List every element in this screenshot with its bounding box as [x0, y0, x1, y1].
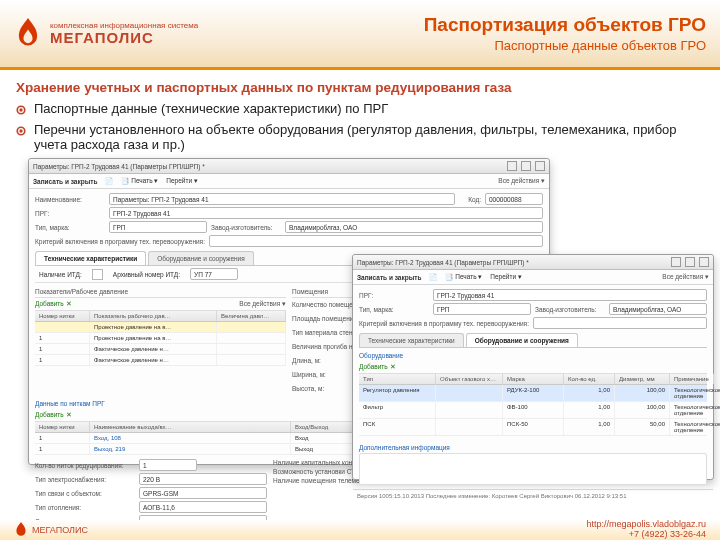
- name-label: Наименование:: [35, 196, 105, 203]
- toolbar: Записать и закрыть 📄 📑 Печать ▾ Перейти …: [353, 270, 713, 285]
- tab-equipment[interactable]: Оборудование и сооружения: [148, 251, 254, 265]
- grid-row[interactable]: 1Фактическое давление н…: [35, 344, 286, 355]
- criteria-label: Критерий включения в программу тех. пере…: [35, 238, 205, 245]
- tab-tech-characteristics[interactable]: Технические характеристики: [35, 251, 146, 265]
- bullet-text: Перечни установленного на объекте оборуд…: [34, 122, 704, 152]
- minimize-icon[interactable]: [671, 257, 681, 267]
- print-menu[interactable]: 📑 Печать ▾: [121, 177, 158, 185]
- window-title: Параметры: ГРП-2 Трудовая 41 (Параметры …: [357, 259, 529, 266]
- power-type-label: Тип электроснабжения:: [35, 476, 135, 483]
- maximize-icon[interactable]: [685, 257, 695, 267]
- grid-row[interactable]: ФильтрФВ-1001,00100,00Технологическое от…: [359, 402, 707, 419]
- mfr-field[interactable]: Владимироблгаз, ОАО: [285, 221, 543, 233]
- grid-head: Тип Объект газового х… Марка Кол-во ед. …: [359, 374, 707, 385]
- tb-action[interactable]: 📄: [429, 273, 437, 281]
- prg-field[interactable]: ГРП-2 Трудовая 41: [433, 289, 707, 301]
- bullet-list: Паспортные данные (технические характери…: [16, 101, 704, 152]
- goto-menu[interactable]: Перейти ▾: [490, 273, 522, 281]
- prg-label: ПРГ:: [359, 292, 429, 299]
- page-title: Паспортизация объектов ГРО: [424, 14, 706, 36]
- grid-row[interactable]: 1Проектное давление на в…: [35, 333, 286, 344]
- type-field[interactable]: ГРП: [433, 303, 531, 315]
- bullet-icon: [16, 126, 26, 136]
- maximize-icon[interactable]: [521, 161, 531, 171]
- tb-action[interactable]: 📄: [105, 177, 113, 185]
- window-title: Параметры: ГРП-2 Трудовая 41 (Параметры …: [33, 163, 205, 170]
- comm-type-field[interactable]: GPRS-GSM: [139, 487, 267, 499]
- threads-count-label: Кол-во ниток редуцирования:: [35, 462, 135, 469]
- footer-phone: +7 (4922) 33-26-44: [586, 530, 706, 540]
- window-parameters-equipment: Параметры: ГРП-2 Трудовая 41 (Параметры …: [352, 254, 714, 480]
- add-button[interactable]: Добавить ✕: [35, 411, 72, 419]
- flame-icon: [14, 18, 42, 50]
- footer-logo: МЕГАПОЛИС: [32, 525, 88, 535]
- left-panel-title: Показатели/Рабочее давление: [35, 288, 128, 295]
- prg-field[interactable]: ГРП-2 Трудовая 41: [109, 207, 543, 219]
- code-label: Код:: [459, 196, 481, 203]
- comm-type-label: Тип связи с объектом:: [35, 490, 135, 497]
- criteria-field[interactable]: [209, 235, 543, 247]
- logo-block: комплексная информационная система МЕГАП…: [14, 18, 198, 50]
- goto-menu[interactable]: Перейти ▾: [166, 177, 198, 185]
- section-heading: Хранение учетных и паспортных данных по …: [16, 80, 704, 95]
- grid-row[interactable]: 1Фактическое давление н…: [35, 355, 286, 366]
- add-button[interactable]: Добавить ✕: [35, 300, 72, 308]
- threads-count-field[interactable]: 1: [139, 459, 197, 471]
- arch-label: Архивный номер ИТД:: [113, 271, 180, 278]
- arch-field[interactable]: УП 77: [190, 268, 238, 280]
- mfr-label: Завод-изготовитель:: [535, 306, 605, 313]
- criteria-label: Критерий включения в программу тех. пере…: [359, 320, 529, 327]
- grid-row[interactable]: ПСКПСК-501,0050,00Технологическое отделе…: [359, 419, 707, 436]
- save-close-button[interactable]: Записать и закрыть: [33, 178, 97, 185]
- logo-title: МЕГАПОЛИС: [50, 30, 198, 45]
- window-titlebar[interactable]: Параметры: ГРП-2 Трудовая 41 (Параметры …: [353, 255, 713, 270]
- print-menu[interactable]: 📑 Печать ▾: [445, 273, 482, 281]
- svg-point-3: [19, 129, 22, 132]
- extra-info-block: Дополнительная информация: [359, 444, 707, 451]
- heating-type-field[interactable]: АОГВ-11,6: [139, 501, 267, 513]
- criteria-field[interactable]: [533, 317, 707, 329]
- extra-info-area[interactable]: [359, 453, 707, 485]
- tab-tech-characteristics[interactable]: Технические характеристики: [359, 333, 464, 347]
- grid-head: Номер нитки Показатель рабочего дав… Вел…: [35, 311, 286, 322]
- code-field[interactable]: 000000088: [485, 193, 543, 205]
- window-titlebar[interactable]: Параметры: ГРП-2 Трудовая 41 (Параметры …: [29, 159, 549, 174]
- mfr-field[interactable]: Владимироблгаз, ОАО: [609, 303, 707, 315]
- grid-row[interactable]: Регулятор давленияРДУК-2-1001,00100,00Те…: [359, 385, 707, 402]
- type-label: Тип, марка:: [35, 224, 105, 231]
- toolbar: Записать и закрыть 📄 📑 Печать ▾ Перейти …: [29, 174, 549, 189]
- equipment-block-title: Оборудование: [359, 352, 707, 359]
- add-button[interactable]: Добавить ✕: [359, 363, 396, 371]
- right-panel-title: Помещения: [292, 288, 328, 295]
- minimize-icon[interactable]: [507, 161, 517, 171]
- status-bar: Версия 1005:15.10.2013 Последнее изменен…: [353, 489, 713, 501]
- flame-icon: [14, 522, 28, 538]
- bullet-icon: [16, 105, 26, 115]
- type-field[interactable]: ГРП: [109, 221, 207, 233]
- header: комплексная информационная система МЕГАП…: [0, 0, 720, 70]
- itd-label: Наличие ИТД:: [39, 271, 82, 278]
- itd-checkbox[interactable]: [92, 269, 103, 280]
- svg-point-1: [19, 108, 22, 111]
- close-icon[interactable]: [535, 161, 545, 171]
- close-icon[interactable]: [699, 257, 709, 267]
- footer: МЕГАПОЛИС http://megapolis.vladoblgaz.ru…: [0, 520, 720, 540]
- all-actions-menu[interactable]: Все действия ▾: [498, 177, 545, 185]
- tab-equipment[interactable]: Оборудование и сооружения: [466, 333, 578, 347]
- all-actions-menu[interactable]: Все действия ▾: [239, 300, 286, 308]
- power-type-field[interactable]: 220 В: [139, 473, 267, 485]
- bullet-item: Паспортные данные (технические характери…: [16, 101, 704, 116]
- bullet-item: Перечни установленного на объекте оборуд…: [16, 122, 704, 152]
- heating-type-label: Тип отопления:: [35, 504, 135, 511]
- mfr-label: Завод-изготовитель:: [211, 224, 281, 231]
- grid-row[interactable]: Проектное давление на в…: [35, 322, 286, 333]
- all-actions-menu[interactable]: Все действия ▾: [662, 273, 709, 281]
- page-subtitle: Паспортные данные объектов ГРО: [424, 38, 706, 53]
- save-close-button[interactable]: Записать и закрыть: [357, 274, 421, 281]
- prg-label: ПРГ:: [35, 210, 105, 217]
- bullet-text: Паспортные данные (технические характери…: [34, 101, 388, 116]
- type-label: Тип, марка:: [359, 306, 429, 313]
- name-field[interactable]: Параметры: ГРП-2 Трудовая 41: [109, 193, 455, 205]
